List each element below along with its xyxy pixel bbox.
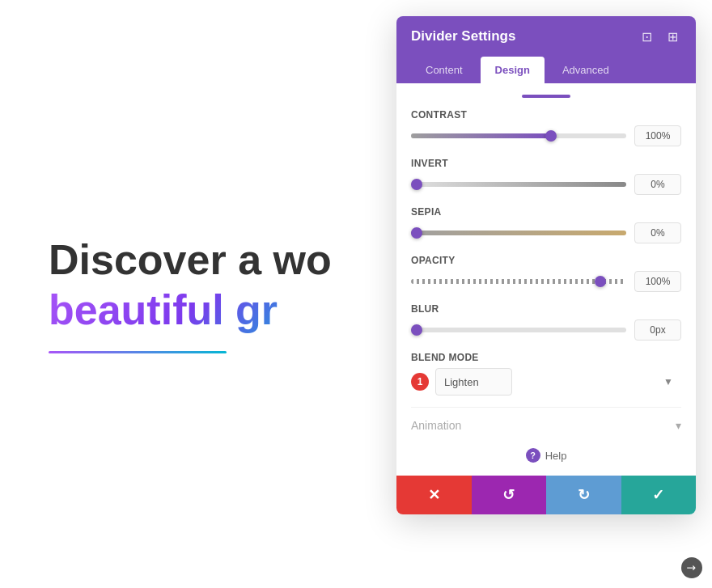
opacity-track[interactable] (411, 279, 626, 284)
save-button[interactable]: ✓ (621, 476, 697, 514)
panel-tabs: Content Design Advanced (396, 57, 696, 83)
sepia-slider-row (411, 222, 681, 243)
opacity-label: Opacity (411, 255, 681, 266)
blend-mode-select[interactable]: Normal Multiply Screen Overlay Darken Li… (435, 368, 512, 396)
contrast-track[interactable] (411, 133, 626, 138)
panel-header: Divider Settings ⊡ ⊞ (396, 16, 696, 57)
invert-track[interactable] (411, 182, 626, 187)
tab-advanced[interactable]: Advanced (548, 57, 624, 83)
panel-title: Divider Settings (411, 28, 515, 44)
invert-input[interactable] (634, 174, 681, 195)
blur-label: Blur (411, 303, 681, 315)
divider-settings-panel: Divider Settings ⊡ ⊞ Content Design Adva… (396, 16, 696, 514)
blur-input[interactable] (634, 319, 681, 341)
blend-mode-badge: 1 (411, 373, 429, 391)
contrast-thumb[interactable] (545, 130, 557, 142)
contrast-label: Contrast (411, 109, 681, 121)
panel-footer: ✕ ↺ ↻ ✓ (396, 476, 696, 514)
animation-section[interactable]: Animation ▾ (411, 407, 681, 440)
panel-body: Contrast Invert Sepia (396, 83, 696, 476)
cancel-button[interactable]: ✕ (396, 476, 472, 514)
blend-select-wrapper: Normal Multiply Screen Overlay Darken Li… (435, 368, 681, 396)
animation-chevron-icon: ▾ (676, 419, 681, 432)
hero-line1: Discover a wo (49, 235, 332, 285)
tab-content[interactable]: Content (411, 57, 477, 83)
scroll-indicator (522, 95, 570, 98)
blur-track[interactable] (411, 328, 626, 332)
contrast-fill (411, 133, 551, 138)
contrast-input[interactable] (634, 125, 681, 146)
reset-button[interactable]: ↺ (472, 476, 547, 514)
blur-slider-row (411, 319, 681, 341)
redo-button[interactable]: ↻ (546, 476, 621, 514)
blend-mode-row: 1 Normal Multiply Screen Overlay Darken … (411, 368, 681, 396)
blur-setting: Blur (411, 303, 681, 341)
opacity-slider-row (411, 271, 681, 292)
tab-design[interactable]: Design (481, 57, 545, 83)
blend-mode-label: Blend Mode (411, 352, 681, 363)
blur-thumb[interactable] (411, 324, 422, 336)
hero-content: Discover a wo beautiful gr (49, 235, 332, 354)
contrast-slider-row (411, 125, 681, 146)
opacity-thumb[interactable] (595, 276, 606, 287)
split-view-icon[interactable]: ⊞ (663, 27, 681, 45)
select-arrow-icon: ▼ (663, 376, 673, 387)
hero-divider (49, 351, 227, 353)
opacity-setting: Opacity (411, 255, 681, 292)
animation-label: Animation (411, 419, 461, 432)
fullscreen-icon[interactable]: ⊡ (638, 27, 655, 45)
sepia-thumb[interactable] (411, 227, 422, 239)
hero-line2: beautiful gr (49, 285, 332, 335)
help-row: ? Help (411, 440, 681, 467)
opacity-input[interactable] (634, 271, 681, 292)
blend-mode-setting: Blend Mode 1 Normal Multiply Screen Over… (411, 352, 681, 396)
sepia-setting: Sepia (411, 206, 681, 243)
invert-slider-row (411, 174, 681, 195)
sepia-label: Sepia (411, 206, 681, 218)
invert-setting: Invert (411, 158, 681, 195)
help-circle-icon: ? (526, 448, 540, 463)
invert-thumb[interactable] (411, 179, 422, 190)
help-label[interactable]: Help (545, 450, 567, 462)
contrast-setting: Contrast (411, 109, 681, 146)
invert-label: Invert (411, 158, 681, 169)
sepia-track[interactable] (411, 231, 626, 235)
sepia-input[interactable] (634, 222, 681, 243)
header-icons: ⊡ ⊞ (638, 27, 681, 45)
